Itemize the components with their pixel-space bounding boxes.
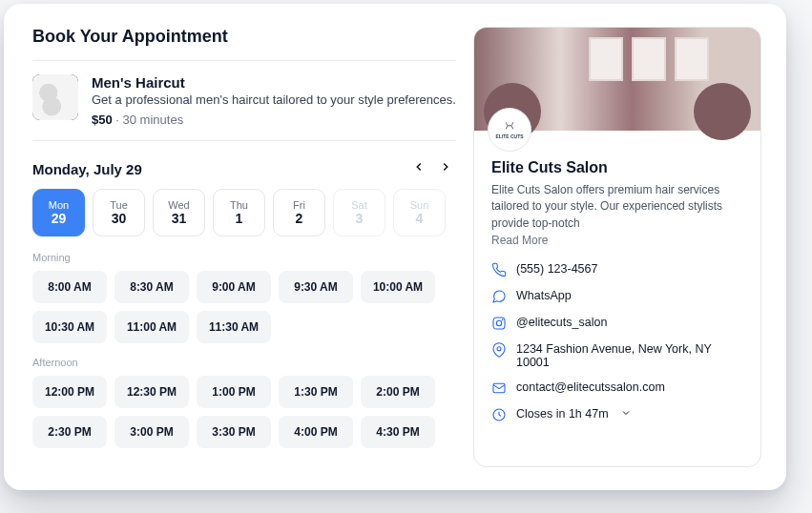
- day-number: 3: [356, 211, 364, 226]
- chevron-down-icon: [618, 407, 632, 421]
- time-slot[interactable]: 10:30 AM: [32, 311, 107, 343]
- booking-left-panel: Book Your Appointment Men's Haircut Get …: [32, 27, 456, 467]
- page-title: Book Your Appointment: [32, 27, 456, 47]
- date-nav: [408, 158, 456, 179]
- time-slot[interactable]: 9:00 AM: [197, 271, 271, 303]
- svg-point-3: [497, 347, 501, 351]
- day-of-week: Mon: [49, 199, 69, 211]
- divider: [32, 60, 456, 61]
- time-slot[interactable]: 8:00 AM: [32, 271, 107, 303]
- address-row[interactable]: 1234 Fashion Avenue, New York, NY 10001: [491, 342, 743, 369]
- time-slot[interactable]: 11:00 AM: [115, 311, 189, 343]
- svg-point-1: [496, 321, 501, 326]
- instagram-row[interactable]: @elitecuts_salon: [491, 316, 743, 331]
- morning-section-label: Morning: [32, 252, 456, 263]
- cover-decor: [632, 37, 666, 81]
- salon-contacts: (555) 123-4567 WhatsApp @elitecuts_salon: [491, 262, 743, 422]
- time-slot[interactable]: 3:30 PM: [197, 416, 271, 448]
- day-option[interactable]: Fri2: [273, 189, 325, 236]
- hours-text: Closes in 1h 47m: [516, 407, 609, 421]
- time-slot[interactable]: 11:30 AM: [197, 311, 271, 343]
- day-number: 31: [172, 211, 187, 226]
- day-of-week: Wed: [168, 199, 189, 211]
- selected-date-label: Monday, July 29: [32, 161, 142, 177]
- service-info: Men's Haircut Get a professional men's h…: [92, 74, 456, 127]
- service-row: Men's Haircut Get a professional men's h…: [32, 74, 456, 127]
- svg-rect-4: [493, 384, 505, 393]
- afternoon-slots: 12:00 PM12:30 PM1:00 PM1:30 PM2:00 PM2:3…: [32, 376, 456, 448]
- salon-description: Elite Cuts Salon offers premium hair ser…: [491, 182, 743, 232]
- phone-icon: [491, 262, 507, 277]
- time-slot[interactable]: 4:00 PM: [279, 416, 353, 448]
- booking-card: Book Your Appointment Men's Haircut Get …: [4, 4, 786, 490]
- address-text: 1234 Fashion Avenue, New York, NY 10001: [516, 342, 743, 369]
- salon-card: ELITE CUTS Elite Cuts Salon Elite Cuts S…: [473, 27, 761, 467]
- day-number: 1: [236, 211, 243, 226]
- day-option[interactable]: Tue30: [93, 189, 145, 236]
- day-of-week: Sat: [351, 199, 367, 211]
- day-option: Sat3: [333, 189, 385, 236]
- time-slot[interactable]: 8:30 AM: [115, 271, 189, 303]
- email-row[interactable]: contact@elitecutssalon.com: [491, 380, 743, 396]
- service-title: Men's Haircut: [92, 74, 456, 91]
- chevron-left-icon: [412, 160, 426, 177]
- chevron-right-icon: [439, 160, 452, 177]
- clock-icon: [491, 407, 507, 422]
- date-header: Monday, July 29: [32, 158, 456, 179]
- prev-week-button[interactable]: [408, 158, 429, 179]
- email-text: contact@elitecutssalon.com: [516, 380, 665, 394]
- whatsapp-icon: [491, 289, 507, 304]
- cover-decor: [589, 37, 623, 81]
- day-of-week: Thu: [230, 199, 248, 211]
- time-slot[interactable]: 1:00 PM: [197, 376, 271, 408]
- day-number: 29: [52, 211, 67, 226]
- day-number: 4: [416, 211, 424, 226]
- time-slot[interactable]: 3:00 PM: [115, 416, 189, 448]
- day-number: 30: [112, 211, 127, 226]
- time-slot[interactable]: 12:30 PM: [115, 376, 189, 408]
- email-icon: [491, 380, 507, 396]
- whatsapp-row[interactable]: WhatsApp: [491, 289, 743, 304]
- service-duration-sep: ·: [113, 113, 123, 127]
- hours-row[interactable]: Closes in 1h 47m: [491, 407, 743, 422]
- day-option: Sun4: [393, 189, 446, 236]
- time-slot[interactable]: 2:00 PM: [361, 376, 435, 408]
- day-option[interactable]: Wed31: [153, 189, 205, 236]
- salon-logo-text: ELITE CUTS: [495, 134, 523, 140]
- day-of-week: Tue: [110, 199, 128, 211]
- read-more-link[interactable]: Read More: [491, 234, 743, 247]
- service-price: $50: [92, 113, 113, 127]
- phone-text: (555) 123-4567: [516, 262, 597, 276]
- day-of-week: Fri: [293, 199, 305, 211]
- time-slot[interactable]: 10:00 AM: [361, 271, 435, 303]
- time-slot[interactable]: 12:00 PM: [32, 376, 107, 408]
- day-of-week: Sun: [410, 199, 429, 211]
- service-meta: $50 · 30 minutes: [92, 113, 456, 127]
- instagram-text: @elitecuts_salon: [516, 316, 607, 329]
- phone-row[interactable]: (555) 123-4567: [491, 262, 743, 277]
- day-option[interactable]: Thu1: [213, 189, 265, 236]
- time-slot[interactable]: 1:30 PM: [279, 376, 353, 408]
- time-slot[interactable]: 9:30 AM: [279, 271, 353, 303]
- salon-name: Elite Cuts Salon: [491, 159, 743, 176]
- whatsapp-text: WhatsApp: [516, 289, 572, 302]
- service-duration: 30 minutes: [123, 113, 184, 127]
- day-number: 2: [296, 211, 303, 226]
- time-slot[interactable]: 2:30 PM: [32, 416, 107, 448]
- afternoon-section-label: Afternoon: [32, 357, 456, 368]
- divider: [32, 140, 456, 141]
- cover-decor: [675, 37, 709, 81]
- day-option[interactable]: Mon29: [32, 189, 85, 236]
- salon-cover-image: ELITE CUTS: [474, 28, 760, 131]
- morning-slots: 8:00 AM8:30 AM9:00 AM9:30 AM10:00 AM10:3…: [32, 271, 456, 343]
- day-picker: Mon29Tue30Wed31Thu1Fri2Sat3Sun4: [32, 189, 456, 236]
- svg-point-2: [502, 319, 503, 320]
- salon-body: Elite Cuts Salon Elite Cuts Salon offers…: [474, 131, 760, 466]
- next-week-button[interactable]: [435, 158, 456, 179]
- service-image: [32, 74, 78, 120]
- instagram-icon: [491, 316, 507, 331]
- salon-logo: ELITE CUTS: [488, 108, 531, 152]
- location-icon: [491, 342, 507, 358]
- time-slot[interactable]: 4:30 PM: [361, 416, 435, 448]
- service-description: Get a professional men's haircut tailore…: [92, 92, 456, 107]
